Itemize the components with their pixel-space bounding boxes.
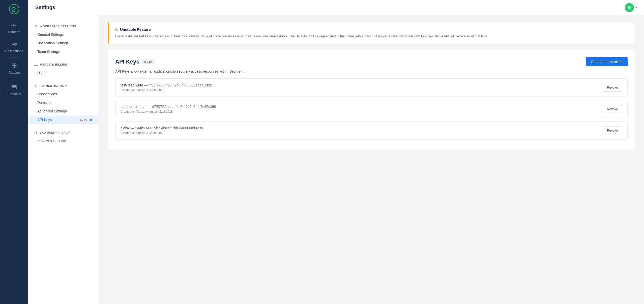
user-avatar[interactable]: G <box>625 3 634 12</box>
sidebar-item-notification-settings[interactable]: Notification Settings <box>28 39 99 47</box>
api-keys-header: API Keys BETA Generate new token <box>115 57 628 66</box>
protocols-label: Protocols <box>7 92 21 96</box>
api-key-date-2: Created on Tuesday, August 21st 2018 <box>121 110 216 113</box>
api-key-id-2: — e7f57516-cbbb-4b9c-940f-6e4f7d65c368 <box>148 105 216 109</box>
page-title: Settings <box>35 5 55 10</box>
protocols-icon <box>11 84 18 91</box>
destinations-label: Destinations <box>5 49 23 53</box>
sidebar-item-team-settings[interactable]: Team Settings <box>28 47 99 56</box>
svg-point-0 <box>9 4 19 14</box>
top-header: Settings G ▾ <box>28 0 644 15</box>
api-keys-card: API Keys BETA Generate new token API Key… <box>108 50 635 150</box>
sidebar-item-catalog[interactable]: Catalog <box>0 59 28 78</box>
sidebar-item-connections[interactable]: Connections <box>28 90 99 98</box>
svg-rect-4 <box>14 64 16 66</box>
api-key-id-1: — 4f95f973-0490-4246-bf66-353aaa43cf32 <box>144 83 212 87</box>
shield-icon: ◎ <box>34 84 38 88</box>
api-key-date-1: Created on Friday, July 6th 2018 <box>121 88 212 92</box>
api-keys-card-beta-badge: BETA <box>142 59 154 64</box>
workspace-settings-header: ⚙ WORKSPACE SETTINGS <box>28 22 99 30</box>
svg-rect-6 <box>14 66 16 68</box>
end-user-privacy-header: ◑ END USER PRIVACY <box>28 129 99 137</box>
api-key-row-1: test-read-write — 4f95f973-0490-4246-bf6… <box>115 78 628 97</box>
revoke-button-1[interactable]: Revoke <box>603 84 622 92</box>
api-key-id-3: — 544b5343-15b7-4ba3-97bb-d4606abd020a <box>131 126 203 130</box>
sidebar-item-protocols[interactable]: Protocols <box>0 80 28 99</box>
svg-rect-9 <box>12 88 16 89</box>
catalog-icon <box>11 62 18 69</box>
nav-divider-1 <box>9 57 19 58</box>
svg-point-1 <box>12 24 14 26</box>
api-key-info-2: another-test-dan — e7f57516-cbbb-4b9c-94… <box>121 105 216 113</box>
api-key-info-3: niels2 — 544b5343-15b7-4ba3-97bb-d4606ab… <box>121 126 203 135</box>
svg-rect-5 <box>12 66 14 68</box>
authentication-header: ◎ AUTHENTICATION <box>28 82 99 90</box>
svg-rect-3 <box>12 64 14 66</box>
user-menu-chevron[interactable]: ▾ <box>635 6 637 9</box>
api-key-name-3: niels2 — 544b5343-15b7-4ba3-97bb-d4606ab… <box>121 126 203 130</box>
api-keys-description: API Keys allow external applications to … <box>115 69 628 73</box>
sidebar-item-api-keys[interactable]: API Keys BETA ▶ <box>28 115 99 124</box>
destinations-icon <box>11 41 18 48</box>
sidebar-item-advanced-settings[interactable]: Advanced Settings <box>28 107 99 115</box>
api-key-name-1: test-read-write — 4f95f973-0490-4246-bf6… <box>121 83 212 87</box>
privacy-shield-icon: ◑ <box>34 131 38 135</box>
usage-billing-header: ▬ USAGE & BILLING <box>28 60 99 69</box>
gear-icon: ⚙ <box>34 24 38 28</box>
left-navigation: Sources Destinations Catalog <box>0 0 28 304</box>
api-key-date-3: Created on Friday, July 6th 2018 <box>121 131 203 135</box>
generate-new-token-button[interactable]: Generate new token <box>586 57 628 66</box>
sidebar-item-general-settings[interactable]: General Settings <box>28 30 99 39</box>
api-key-row-2: another-test-dan — e7f57516-cbbb-4b9c-94… <box>115 100 628 118</box>
content-area: ⚙ WORKSPACE SETTINGS General Settings No… <box>28 15 644 304</box>
warning-title: ⚠ Unstable Feature <box>114 27 629 32</box>
revoke-button-3[interactable]: Revoke <box>603 127 622 134</box>
sidebar-item-destinations[interactable]: Destinations <box>0 37 28 56</box>
revoke-button-2[interactable]: Revoke <box>603 105 622 113</box>
sidebar-item-domains[interactable]: Domains <box>28 98 99 107</box>
api-key-name-2: another-test-dan — e7f57516-cbbb-4b9c-94… <box>121 105 216 109</box>
sources-icon <box>11 22 18 29</box>
api-key-row-3: niels2 — 544b5343-15b7-4ba3-97bb-d4606ab… <box>115 121 628 140</box>
api-keys-beta-badge: BETA <box>78 118 88 122</box>
active-arrow-icon: ▶ <box>90 118 93 121</box>
settings-sidebar: ⚙ WORKSPACE SETTINGS General Settings No… <box>28 15 99 304</box>
catalog-label: Catalog <box>9 71 20 74</box>
api-key-info-1: test-read-write — 4f95f973-0490-4246-bf6… <box>121 83 212 92</box>
main-content: ⚠ Unstable Feature These restricted API … <box>99 15 644 304</box>
api-keys-title-group: API Keys BETA <box>115 58 155 65</box>
api-keys-title: API Keys <box>115 58 139 65</box>
warning-text: These restricted API keys give access to… <box>114 34 629 39</box>
sidebar-item-privacy-security[interactable]: Privacy & Security <box>28 137 99 145</box>
sidebar-item-sources[interactable]: Sources <box>0 18 28 37</box>
warning-triangle-icon: ⚠ <box>114 27 118 32</box>
header-right: G ▾ <box>625 3 637 12</box>
sources-label: Sources <box>8 30 20 34</box>
svg-point-2 <box>15 43 17 45</box>
svg-rect-8 <box>12 87 16 88</box>
nav-divider-2 <box>9 79 19 79</box>
svg-rect-7 <box>12 85 16 86</box>
credit-card-icon: ▬ <box>34 63 38 67</box>
main-area: Settings G ▾ ⚙ WORKSPACE SETTINGS Genera… <box>28 0 644 304</box>
sidebar-item-usage[interactable]: Usage <box>28 69 99 77</box>
unstable-feature-banner: ⚠ Unstable Feature These restricted API … <box>108 22 635 44</box>
app-logo[interactable] <box>0 0 28 18</box>
